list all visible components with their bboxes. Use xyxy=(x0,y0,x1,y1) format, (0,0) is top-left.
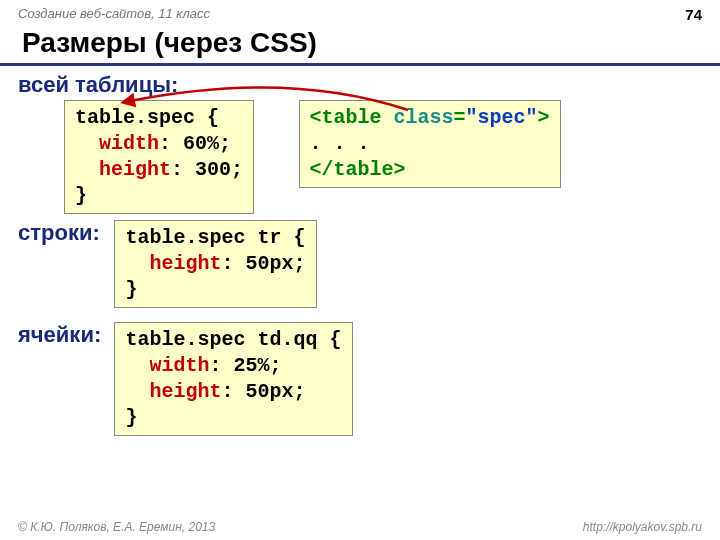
label-row: строки: xyxy=(18,220,106,246)
css-prop: height xyxy=(149,252,221,275)
css-prop: width xyxy=(99,132,159,155)
code-line: table.spec td.qq { xyxy=(125,328,341,351)
copyright: © К.Ю. Поляков, Е.А. Еремин, 2013 xyxy=(18,520,215,534)
code-line: } xyxy=(75,184,87,207)
code-line: } xyxy=(125,406,137,429)
css-val: : 300; xyxy=(171,158,243,181)
label-cell: ячейки: xyxy=(18,322,106,348)
css-val: : 50px; xyxy=(221,252,305,275)
slide-footer: © К.Ю. Поляков, Е.А. Еремин, 2013 http:/… xyxy=(0,520,720,534)
slide-header: Создание веб-сайтов, 11 класс 74 xyxy=(0,0,720,25)
html-tag: </table> xyxy=(310,158,406,181)
course-title: Создание веб-сайтов, 11 класс xyxy=(18,6,210,23)
code-line: . . . xyxy=(310,132,370,155)
html-eq: = xyxy=(454,106,466,129)
arrow-icon xyxy=(118,76,418,126)
html-tag: > xyxy=(538,106,550,129)
code-cell-css: table.spec td.qq { width: 25%; height: 5… xyxy=(114,322,352,436)
code-row-css: table.spec tr { height: 50px; } xyxy=(114,220,316,308)
css-prop: height xyxy=(149,380,221,403)
slide-title: Размеры (через CSS) xyxy=(0,25,720,66)
css-prop: width xyxy=(149,354,209,377)
footer-url: http://kpolyakov.spb.ru xyxy=(583,520,702,534)
page-number: 74 xyxy=(685,6,702,23)
css-val: : 25%; xyxy=(209,354,281,377)
code-line: } xyxy=(125,278,137,301)
slide-content: всей таблицы: table.spec { width: 60%; h… xyxy=(0,72,720,436)
html-val: "spec" xyxy=(466,106,538,129)
css-val: : 50px; xyxy=(221,380,305,403)
code-line: table.spec tr { xyxy=(125,226,305,249)
css-prop: height xyxy=(99,158,171,181)
css-val: : 60%; xyxy=(159,132,231,155)
